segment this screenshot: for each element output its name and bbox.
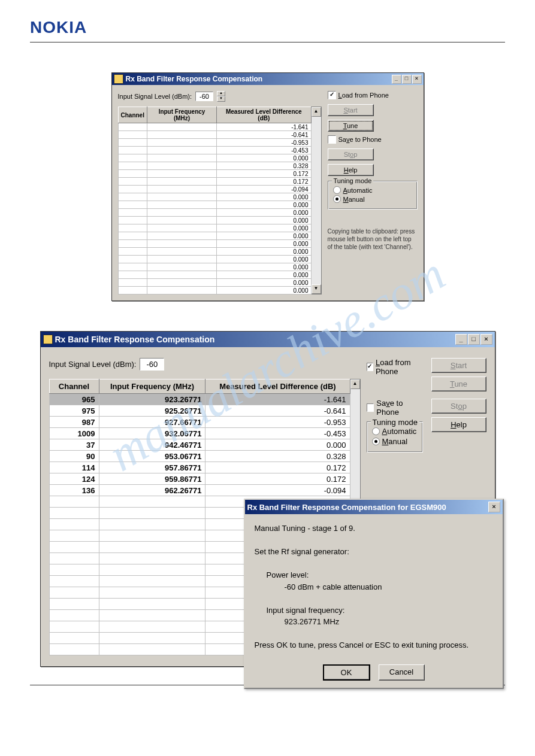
table-row[interactable]: 0.328 [118, 162, 311, 170]
table-row[interactable]: 136962.26771-0.094 [49, 485, 350, 496]
radio-automatic[interactable] [333, 186, 341, 194]
app-icon [114, 74, 123, 84]
radio-manual-label: Manual [382, 437, 408, 446]
clipboard-hint: Copying table to clipboard: press mouse … [328, 227, 418, 251]
table-row[interactable]: 0.000 [118, 224, 311, 232]
group-title: Tuning mode [371, 418, 419, 427]
tune-button[interactable]: Tune [328, 120, 374, 132]
data-table-1[interactable]: Channel Input Frequency (MHz) Measured L… [118, 107, 312, 294]
table-row[interactable]: 0.000 [118, 287, 311, 294]
save-checkbox[interactable] [367, 403, 374, 412]
table-row[interactable]: 0.000 [118, 271, 311, 279]
tuning-mode-group: Tuning mode Automatic Manual [367, 421, 423, 453]
signal-level-label: Input Signal Level (dBm): [49, 360, 137, 369]
col-difference[interactable]: Measured Level Difference (dB) [217, 107, 311, 123]
signal-level-input[interactable]: -60 [140, 358, 164, 371]
radio-automatic[interactable] [372, 427, 380, 435]
tuning-mode-group: Tuning mode Automatic Manual [328, 181, 418, 210]
table-row[interactable]: -0.641 [118, 131, 311, 139]
dlg-freq-label: Input signal frequency: [267, 605, 493, 617]
dialog-title: Rx Band Filter Response Compensation for… [247, 503, 446, 512]
load-checkbox[interactable]: ✓ [328, 91, 336, 99]
table-row[interactable]: 975925.26771-0.641 [49, 405, 350, 417]
radio-auto-label: Automatic [382, 427, 417, 436]
scroll-up-icon[interactable]: ▲ [350, 379, 360, 389]
window-title: Rx Band Filter Response Compensation [55, 335, 215, 344]
table-row[interactable]: 0.000 [118, 193, 311, 201]
spin-up[interactable]: ▲ [217, 91, 225, 96]
save-checkbox[interactable] [328, 135, 336, 144]
load-label: Load from Phone [376, 358, 423, 376]
col-channel[interactable]: Channel [118, 107, 147, 123]
col-difference[interactable]: Measured Level Difference (dB) [205, 379, 350, 394]
table-row[interactable]: 965923.26771-1.641 [49, 394, 350, 405]
col-channel[interactable]: Channel [49, 379, 99, 394]
table-row[interactable]: 0.000 [118, 263, 311, 271]
help-button[interactable]: Help [431, 417, 486, 432]
table-row[interactable]: 0.000 [118, 201, 311, 209]
table-row[interactable]: 987927.66771-0.953 [49, 417, 350, 428]
table-row[interactable]: 0.172 [118, 178, 311, 186]
radio-manual[interactable] [333, 195, 341, 203]
load-label: Load from Phone [338, 92, 389, 99]
signal-level-label: Input Signal Level (dBm): [118, 93, 192, 100]
save-label: Save to Phone [338, 136, 382, 143]
save-label: Save to Phone [376, 399, 422, 417]
cancel-button[interactable]: Cancel [379, 664, 425, 681]
scrollbar[interactable]: ▲ ▼ [312, 107, 322, 294]
col-frequency[interactable]: Input Frequency (MHz) [99, 379, 205, 394]
table-row[interactable]: 0.000 [118, 279, 311, 287]
radio-manual-label: Manual [343, 196, 365, 203]
dlg-freq-value: 923.26771 MHz [267, 616, 493, 628]
table-row[interactable]: -1.641 [118, 123, 311, 131]
table-row[interactable]: 37942.467710.000 [49, 439, 350, 451]
signal-level-input[interactable]: -60 [195, 92, 213, 101]
nokia-logo: NOKIA [30, 18, 505, 37]
maximize-button[interactable]: □ [402, 75, 412, 84]
spin-down[interactable]: ▼ [217, 96, 225, 102]
dlg-stage: Manual Tuning - stage 1 of 9. [255, 523, 493, 535]
load-checkbox[interactable]: ✓ [367, 363, 373, 371]
ok-button[interactable]: OK [323, 664, 370, 681]
table-row[interactable]: 1009932.06771-0.453 [49, 428, 350, 439]
radio-auto-label: Automatic [343, 187, 373, 194]
minimize-button[interactable]: _ [455, 334, 467, 345]
table-row[interactable]: 124959.867710.172 [49, 473, 350, 485]
dlg-power-label: Power level: [267, 569, 493, 581]
stop-button[interactable]: Stop [328, 148, 374, 160]
table-row[interactable]: 90953.067710.328 [49, 451, 350, 462]
scroll-down-icon[interactable]: ▼ [312, 284, 321, 294]
dialog-close-button[interactable]: × [488, 502, 500, 512]
dlg-instruction: Set the Rf signal generator: [255, 546, 493, 558]
close-button[interactable]: × [480, 334, 492, 345]
table-row[interactable]: 0.000 [118, 248, 311, 256]
scroll-up-icon[interactable]: ▲ [312, 107, 321, 117]
stop-button[interactable]: Stop [431, 399, 486, 414]
table-row[interactable]: -0.453 [118, 147, 311, 154]
help-button[interactable]: Help [328, 164, 374, 176]
close-button[interactable]: × [412, 75, 422, 84]
window-1: Rx Band Filter Response Compensation _ □… [111, 72, 424, 301]
table-row[interactable]: 0.000 [118, 217, 311, 224]
start-button[interactable]: Start [328, 104, 374, 116]
maximize-button[interactable]: □ [468, 334, 480, 345]
dlg-press-ok: Press OK to tune, press Cancel or ESC to… [255, 639, 493, 651]
tune-button[interactable]: Tune [431, 377, 486, 391]
table-row[interactable]: 0.000 [118, 240, 311, 248]
app-icon [43, 335, 53, 344]
table-row[interactable]: -0.953 [118, 139, 311, 147]
table-row[interactable]: 0.000 [118, 154, 311, 162]
titlebar-2: Rx Band Filter Response Compensation _ □… [41, 332, 495, 347]
table-row[interactable]: 0.000 [118, 256, 311, 263]
table-row[interactable]: 0.000 [118, 209, 311, 217]
group-title: Tuning mode [332, 177, 374, 184]
table-row[interactable]: -0.094 [118, 186, 311, 193]
start-button[interactable]: Start [431, 358, 486, 373]
table-row[interactable]: 0.172 [118, 170, 311, 178]
table-row[interactable]: 0.000 [118, 232, 311, 240]
col-frequency[interactable]: Input Frequency (MHz) [147, 107, 216, 123]
minimize-button[interactable]: _ [392, 75, 401, 84]
radio-manual[interactable] [372, 438, 380, 445]
dlg-power-value: -60 dBm + cable attenuation [267, 581, 493, 593]
table-row[interactable]: 114957.867710.172 [49, 462, 350, 473]
